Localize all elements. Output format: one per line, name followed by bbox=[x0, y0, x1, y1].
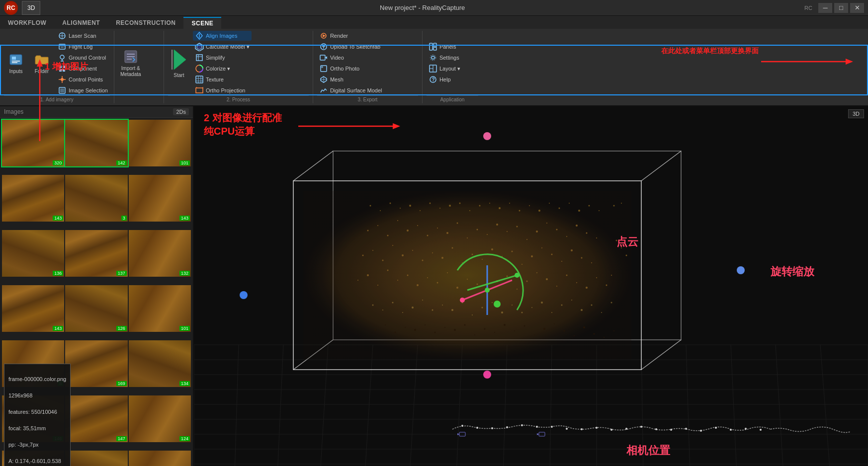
tab-3d[interactable]: 3D bbox=[22, 1, 40, 15]
restore-button[interactable]: □ bbox=[834, 3, 848, 13]
svg-point-126 bbox=[566, 236, 567, 237]
svg-point-240 bbox=[425, 324, 426, 325]
svg-point-272 bbox=[476, 427, 478, 429]
thumbnail-5[interactable]: 3 bbox=[65, 175, 127, 222]
svg-marker-28 bbox=[174, 50, 186, 70]
thumbnail-8[interactable]: 137 bbox=[65, 230, 127, 277]
calculate-model-item[interactable]: Calculate Model ▾ bbox=[193, 42, 252, 52]
svg-point-203 bbox=[559, 208, 560, 209]
section-import-metadata: Import &Metadata _ bbox=[114, 31, 164, 103]
thumb-badge-7: 136 bbox=[53, 271, 63, 276]
thumbnail-6[interactable]: 143 bbox=[129, 175, 191, 222]
thumbnail-3[interactable]: 101 bbox=[129, 120, 191, 166]
texture-item[interactable]: Texture bbox=[193, 75, 252, 84]
svg-rect-14 bbox=[63, 66, 65, 68]
svg-point-141 bbox=[472, 254, 473, 255]
render-item[interactable]: Render bbox=[317, 31, 384, 41]
thumbnail-15[interactable]: 134 bbox=[129, 340, 191, 387]
thumbnail-2[interactable]: 142 bbox=[65, 120, 127, 166]
svg-point-183 bbox=[611, 275, 612, 276]
ortho-projection-item[interactable]: Ortho Projection bbox=[193, 85, 252, 95]
svg-point-201 bbox=[538, 210, 540, 212]
control-points-item[interactable]: Control Points bbox=[56, 75, 110, 84]
svg-point-199 bbox=[519, 210, 521, 212]
svg-point-175 bbox=[536, 272, 537, 273]
tab-workflow[interactable]: WORKFLOW bbox=[0, 17, 54, 29]
camera-position-label: 相机位置 bbox=[626, 444, 671, 457]
svg-point-279 bbox=[581, 428, 583, 430]
svg-point-255 bbox=[574, 335, 575, 336]
svg-point-159 bbox=[377, 285, 378, 286]
svg-point-200 bbox=[529, 205, 530, 206]
folder-button[interactable]: Folder bbox=[30, 51, 54, 76]
import-metadata-button[interactable]: Import &Metadata bbox=[118, 48, 143, 78]
3d-viewport[interactable]: 3D bbox=[194, 106, 868, 466]
svg-point-138 bbox=[441, 257, 443, 259]
svg-point-194 bbox=[469, 210, 470, 211]
svg-point-229 bbox=[561, 305, 563, 306]
tab-reconstruction[interactable]: RECONSTRUCTION bbox=[108, 17, 183, 29]
thumbnail-14[interactable]: 169 bbox=[65, 340, 127, 387]
thumb-img-9 bbox=[129, 230, 191, 277]
svg-point-161 bbox=[397, 280, 398, 281]
thumbnail-12[interactable]: 101 bbox=[129, 285, 191, 332]
tab-alignment[interactable]: ALIGNMENT bbox=[54, 17, 108, 29]
point-cloud bbox=[303, 191, 631, 360]
svg-point-132 bbox=[382, 260, 384, 261]
thumbnail-9[interactable]: 132 bbox=[129, 230, 191, 277]
tooltip-features: features: 550/10046 bbox=[8, 408, 66, 416]
layout-item[interactable]: Layout ▾ bbox=[427, 64, 462, 74]
calculate-model-icon bbox=[195, 42, 204, 51]
ground-control-item[interactable]: Ground Control bbox=[56, 53, 110, 63]
help-item[interactable]: ? Help bbox=[427, 75, 462, 84]
panels-item[interactable]: Panels bbox=[427, 42, 462, 52]
thumbnail-11[interactable]: 126 bbox=[65, 285, 127, 332]
video-item[interactable]: Video bbox=[317, 53, 384, 63]
svg-point-117 bbox=[477, 229, 478, 231]
svg-point-184 bbox=[370, 205, 371, 207]
thumbnail-7[interactable]: 136 bbox=[2, 230, 64, 277]
section-application-label: Application bbox=[427, 95, 478, 103]
thumb-img-4 bbox=[2, 175, 64, 222]
svg-point-127 bbox=[576, 225, 578, 227]
minimize-button[interactable]: ─ bbox=[818, 3, 832, 13]
component-item[interactable]: Component bbox=[56, 64, 110, 74]
thumbnail-18[interactable]: 124 bbox=[129, 395, 191, 442]
start-button[interactable]: Start bbox=[168, 47, 190, 79]
thumbnail-10[interactable]: 143 bbox=[2, 285, 64, 332]
laser-scan-item[interactable]: Laser Scan bbox=[56, 31, 110, 41]
panels-icon bbox=[429, 42, 437, 51]
upload-sketchfab-item[interactable]: Upload To Sketchfab bbox=[317, 42, 384, 52]
svg-point-164 bbox=[427, 277, 428, 278]
svg-point-163 bbox=[417, 284, 419, 286]
colorize-item[interactable]: Colorize ▾ bbox=[193, 64, 252, 74]
svg-point-146 bbox=[521, 264, 522, 265]
svg-point-238 bbox=[405, 327, 406, 328]
svg-point-259 bbox=[613, 330, 614, 331]
thumb-img-14 bbox=[65, 340, 127, 387]
digital-surface-model-item[interactable]: Digital Surface Model bbox=[317, 85, 384, 95]
svg-point-151 bbox=[571, 249, 573, 251]
tab-scene[interactable]: SCENE bbox=[183, 17, 221, 29]
thumbnail-4[interactable]: 143 bbox=[2, 175, 64, 222]
thumb-badge-3: 101 bbox=[179, 160, 190, 165]
close-button[interactable]: ✕ bbox=[850, 3, 864, 13]
image-selection-item[interactable]: Image Selection bbox=[56, 85, 110, 95]
svg-point-188 bbox=[409, 205, 411, 207]
thumbnail-17[interactable]: 147 bbox=[65, 395, 127, 442]
simplify-item[interactable]: Simplify bbox=[193, 53, 252, 63]
svg-point-121 bbox=[517, 226, 518, 228]
align-images-item[interactable]: Align Images bbox=[193, 31, 252, 41]
thumbnail-20[interactable]: 169 bbox=[65, 451, 127, 466]
thumb-img-2 bbox=[65, 120, 127, 166]
thumb-badge-9: 132 bbox=[179, 271, 190, 276]
ortho-photo-item[interactable]: Ortho Photo bbox=[317, 64, 384, 74]
inputs-button[interactable]: Inputs bbox=[4, 51, 28, 76]
flight-log-item[interactable]: Flight Log bbox=[56, 42, 110, 52]
thumbnail-21[interactable]: 144 bbox=[129, 451, 191, 466]
align-images-icon bbox=[195, 31, 204, 40]
mesh-item[interactable]: Mesh bbox=[317, 75, 384, 84]
component-icon bbox=[58, 64, 67, 73]
settings-item[interactable]: Settings bbox=[427, 53, 462, 63]
thumbnail-1[interactable]: 320 bbox=[2, 120, 64, 166]
